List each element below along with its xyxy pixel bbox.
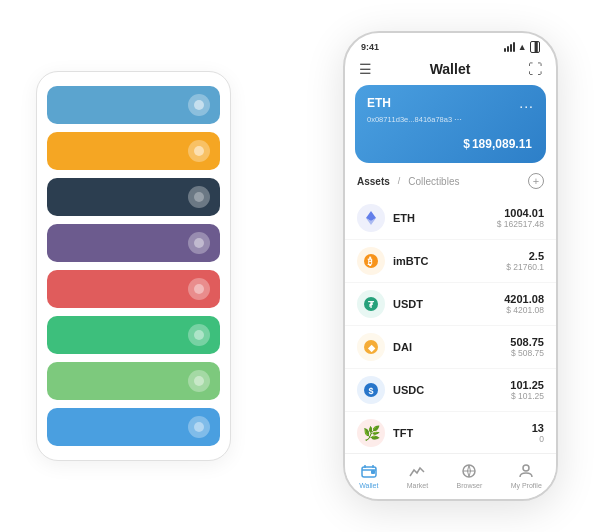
menu-icon[interactable]: ☰ [359, 61, 372, 77]
card-6[interactable] [47, 316, 220, 354]
dai-icon: ◆ [357, 333, 385, 361]
card-5[interactable] [47, 270, 220, 308]
wallet-nav-icon [360, 462, 378, 480]
currency-symbol: $ [463, 137, 470, 151]
svg-point-1 [194, 146, 204, 156]
eth-card[interactable]: ETH ... 0x08711d3e...8416a78a3 ⋯ $189,08… [355, 85, 546, 163]
balance-value: 189,089.11 [472, 137, 532, 151]
tab-assets[interactable]: Assets [357, 176, 390, 187]
card-7[interactable] [47, 362, 220, 400]
profile-nav-label: My Profile [511, 482, 542, 489]
add-asset-button[interactable]: + [528, 173, 544, 189]
tft-icon: 🌿 [357, 419, 385, 447]
card-4[interactable] [47, 224, 220, 262]
asset-item-imbtc[interactable]: ₿ imBTC 2.5 $ 21760.1 [345, 240, 556, 283]
card-3[interactable] [47, 178, 220, 216]
eth-balance: $189,089.11 [367, 130, 534, 153]
nav-profile[interactable]: My Profile [511, 462, 542, 489]
status-bar: 9:41 ▲ ▐ [345, 33, 556, 57]
usdc-name: USDC [393, 384, 510, 396]
card-icon-3 [188, 186, 210, 208]
nav-wallet[interactable]: Wallet [359, 462, 378, 489]
usdc-usd: $ 101.25 [510, 391, 544, 401]
asset-item-tft[interactable]: 🌿 TFT 13 0 [345, 412, 556, 453]
dai-name: DAI [393, 341, 510, 353]
status-icons: ▲ ▐ [504, 41, 540, 53]
dai-amount: 508.75 [510, 336, 544, 348]
imbtc-name: imBTC [393, 255, 506, 267]
svg-point-4 [194, 284, 204, 294]
imbtc-icon: ₿ [357, 247, 385, 275]
eth-address: 0x08711d3e...8416a78a3 ⋯ [367, 115, 534, 124]
svg-text:◆: ◆ [367, 343, 376, 353]
card-8[interactable] [47, 408, 220, 446]
svg-point-2 [194, 192, 204, 202]
phone-content: ETH ... 0x08711d3e...8416a78a3 ⋯ $189,08… [345, 85, 556, 453]
card-icon-5 [188, 278, 210, 300]
wallet-cards-panel [36, 71, 231, 461]
assets-header: Assets / Collectibles + [345, 173, 556, 197]
asset-item-usdc[interactable]: $ USDC 101.25 $ 101.25 [345, 369, 556, 412]
dai-values: 508.75 $ 508.75 [510, 336, 544, 358]
eth-usd: $ 162517.48 [497, 219, 544, 229]
nav-browser[interactable]: Browser [457, 462, 483, 489]
status-time: 9:41 [361, 42, 379, 52]
assets-tabs: Assets / Collectibles [357, 176, 459, 187]
usdc-icon: $ [357, 376, 385, 404]
tab-separator: / [398, 176, 401, 186]
tft-name: TFT [393, 427, 532, 439]
asset-item-dai[interactable]: ◆ DAI 508.75 $ 508.75 [345, 326, 556, 369]
usdc-amount: 101.25 [510, 379, 544, 391]
eth-card-top: ETH ... [367, 95, 534, 111]
scene: 9:41 ▲ ▐ ☰ Wallet ⛶ ETH [26, 16, 576, 516]
card-icon-2 [188, 140, 210, 162]
tft-values: 13 0 [532, 422, 544, 444]
market-nav-icon [408, 462, 426, 480]
wallet-nav-label: Wallet [359, 482, 378, 489]
nav-market[interactable]: Market [407, 462, 428, 489]
imbtc-amount: 2.5 [506, 250, 544, 262]
eth-card-menu[interactable]: ... [519, 95, 534, 111]
svg-point-6 [194, 376, 204, 386]
tft-usd: 0 [532, 434, 544, 444]
eth-name: ETH [393, 212, 497, 224]
asset-item-usdt[interactable]: ₮ USDT 4201.08 $ 4201.08 [345, 283, 556, 326]
asset-list: ETH 1004.01 $ 162517.48 ₿ imBTC 2.5 $ 21… [345, 197, 556, 453]
eth-icon [357, 204, 385, 232]
imbtc-values: 2.5 $ 21760.1 [506, 250, 544, 272]
battery-icon: ▐ [530, 41, 540, 53]
eth-amount: 1004.01 [497, 207, 544, 219]
eth-values: 1004.01 $ 162517.48 [497, 207, 544, 229]
asset-item-eth[interactable]: ETH 1004.01 $ 162517.48 [345, 197, 556, 240]
card-icon-6 [188, 324, 210, 346]
usdt-amount: 4201.08 [504, 293, 544, 305]
svg-text:$: $ [369, 386, 374, 396]
card-icon-7 [188, 370, 210, 392]
card-icon-8 [188, 416, 210, 438]
eth-card-label: ETH [367, 96, 391, 110]
market-nav-label: Market [407, 482, 428, 489]
card-1[interactable] [47, 86, 220, 124]
usdt-values: 4201.08 $ 4201.08 [504, 293, 544, 315]
svg-point-7 [194, 422, 204, 432]
bottom-nav: Wallet Market Browser My Profile [345, 453, 556, 499]
page-title: Wallet [430, 61, 471, 77]
usdt-usd: $ 4201.08 [504, 305, 544, 315]
phone-frame: 9:41 ▲ ▐ ☰ Wallet ⛶ ETH [343, 31, 558, 501]
card-2[interactable] [47, 132, 220, 170]
profile-nav-icon [517, 462, 535, 480]
phone-header: ☰ Wallet ⛶ [345, 57, 556, 85]
svg-point-0 [194, 100, 204, 110]
dai-usd: $ 508.75 [510, 348, 544, 358]
svg-point-25 [523, 465, 529, 471]
browser-nav-label: Browser [457, 482, 483, 489]
tab-collectibles[interactable]: Collectibles [408, 176, 459, 187]
expand-icon[interactable]: ⛶ [528, 61, 542, 77]
signal-icon [504, 42, 515, 52]
card-icon-4 [188, 232, 210, 254]
usdc-values: 101.25 $ 101.25 [510, 379, 544, 401]
svg-point-3 [194, 238, 204, 248]
usdt-name: USDT [393, 298, 504, 310]
usdt-icon: ₮ [357, 290, 385, 318]
svg-text:₮: ₮ [368, 300, 375, 310]
